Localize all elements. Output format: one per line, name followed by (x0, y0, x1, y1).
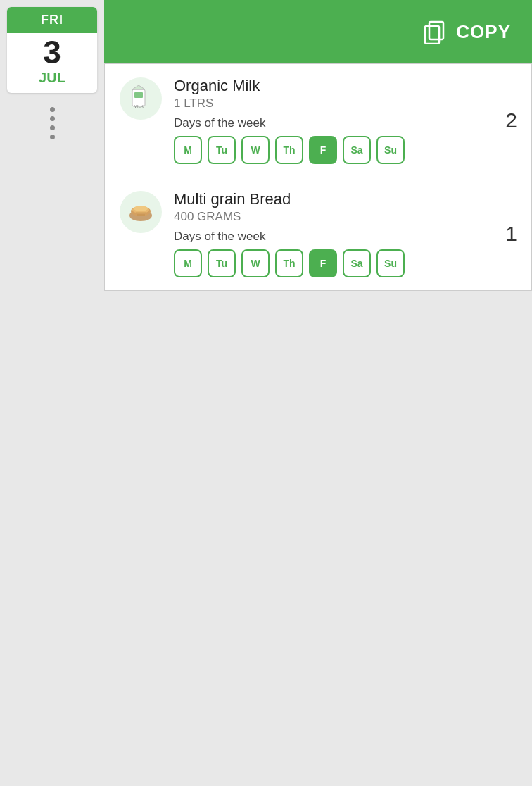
dot-2 (50, 116, 55, 121)
day-badge-f[interactable]: F (309, 249, 337, 277)
milk-icon: MILK (119, 77, 163, 120)
item-quantity: 400 GRAMS (174, 210, 517, 224)
sidebar: FRI 3 JUL (0, 0, 104, 786)
item-quantity: 1 LTRS (174, 96, 517, 111)
item-count: 1 (505, 222, 517, 246)
svg-text:MILK: MILK (134, 104, 144, 108)
items-container: MILK Organic Milk1 LTRSDays of the weekM… (104, 63, 532, 291)
bread-icon (119, 190, 163, 234)
bread-svg (119, 190, 163, 234)
milk-svg: MILK (119, 77, 163, 120)
item-details: Organic Milk1 LTRSDays of the weekMTuWTh… (174, 77, 517, 164)
item-count: 2 (505, 108, 517, 132)
dots-menu[interactable] (50, 107, 55, 139)
day-badge-tu[interactable]: Tu (208, 136, 236, 164)
copy-button[interactable]: COPY (422, 19, 511, 44)
dot-1 (50, 107, 55, 112)
day-badge-m[interactable]: M (174, 249, 202, 277)
day-badge-tu[interactable]: Tu (208, 249, 236, 277)
date-number: 3 (7, 33, 97, 68)
days-label: Days of the week (174, 230, 517, 244)
day-badge-th[interactable]: Th (275, 249, 303, 277)
item-row[interactable]: MILK Organic Milk1 LTRSDays of the weekM… (105, 64, 531, 177)
day-badge-w[interactable]: W (241, 249, 270, 277)
day-badge-w[interactable]: W (241, 136, 270, 164)
svg-rect-5 (134, 92, 143, 98)
day-badge-su[interactable]: Su (376, 136, 405, 164)
day-badge-sa[interactable]: Sa (343, 136, 371, 164)
top-bar: COPY (104, 0, 532, 63)
day-badge-su[interactable]: Su (376, 249, 405, 277)
days-row: MTuWThFSaSu (174, 249, 517, 277)
day-badge-f[interactable]: F (309, 136, 337, 164)
item-name: Multi grain Bread (174, 190, 517, 208)
dot-3 (50, 125, 55, 130)
item-name: Organic Milk (174, 77, 517, 95)
item-details: Multi grain Bread400 GRAMSDays of the we… (174, 190, 517, 277)
dot-4 (50, 135, 55, 139)
month-label: JUL (7, 68, 97, 93)
svg-rect-1 (425, 26, 439, 44)
day-badge-m[interactable]: M (174, 136, 202, 164)
day-badge-sa[interactable]: Sa (343, 249, 371, 277)
day-label: FRI (7, 7, 97, 33)
main-content: COPY MILK Organic Milk1 LTRSDays of the … (104, 0, 532, 786)
copy-icon (422, 19, 448, 44)
date-card: FRI 3 JUL (7, 7, 97, 93)
item-row[interactable]: Multi grain Bread400 GRAMSDays of the we… (105, 177, 531, 290)
day-badge-th[interactable]: Th (275, 136, 303, 164)
svg-point-11 (134, 206, 148, 211)
svg-rect-0 (429, 22, 443, 39)
days-label: Days of the week (174, 116, 517, 130)
copy-label: COPY (456, 21, 511, 43)
days-row: MTuWThFSaSu (174, 136, 517, 164)
